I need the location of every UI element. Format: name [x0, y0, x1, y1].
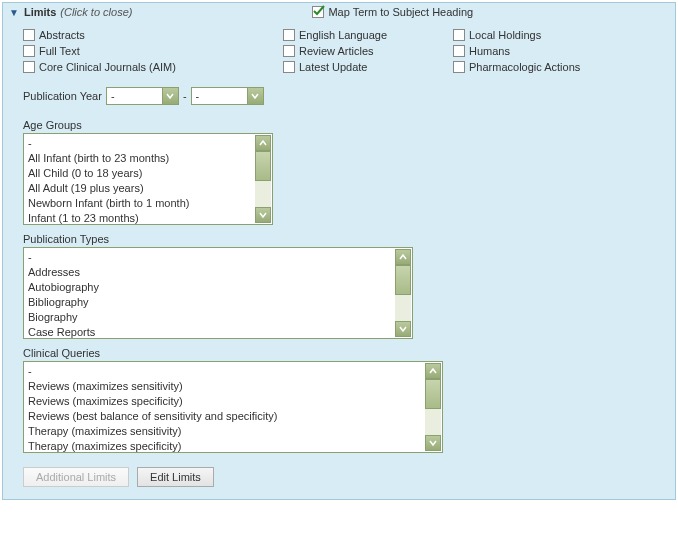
abstracts-label: Abstracts	[39, 29, 85, 41]
pubyear-from-select[interactable]: -	[106, 87, 179, 105]
abstracts-checkbox[interactable]	[23, 29, 35, 41]
fulltext-label: Full Text	[39, 45, 80, 57]
latest-checkbox[interactable]	[283, 61, 295, 73]
list-item[interactable]: Reviews (maximizes sensitivity)	[28, 379, 438, 394]
scrollbar[interactable]	[395, 249, 411, 337]
list-item[interactable]: -	[28, 250, 408, 265]
chevron-down-icon	[162, 88, 178, 104]
button-row: Additional Limits Edit Limits	[3, 453, 675, 499]
abstracts-checkbox-row[interactable]: Abstracts	[23, 29, 283, 41]
chevron-up-icon[interactable]	[395, 249, 411, 265]
list-item[interactable]: Newborn Infant (birth to 1 month)	[28, 196, 268, 211]
scrollbar[interactable]	[425, 363, 441, 451]
localholdings-label: Local Holdings	[469, 29, 541, 41]
latest-label: Latest Update	[299, 61, 368, 73]
english-checkbox[interactable]	[283, 29, 295, 41]
list-item[interactable]: Case Reports	[28, 325, 408, 339]
map-term-row[interactable]: Map Term to Subject Heading	[312, 6, 473, 18]
list-item[interactable]: Therapy (maximizes sensitivity)	[28, 424, 438, 439]
english-checkbox-row[interactable]: English Language	[283, 29, 453, 41]
list-item[interactable]: -	[28, 364, 438, 379]
scrollbar-track[interactable]	[395, 265, 411, 321]
list-item[interactable]: All Child (0 to 18 years)	[28, 166, 268, 181]
limits-hint: (Click to close)	[60, 6, 132, 18]
review-checkbox-row[interactable]: Review Articles	[283, 45, 453, 57]
clinical-queries-listbox[interactable]: - Reviews (maximizes sensitivity) Review…	[23, 361, 443, 453]
chevron-up-icon[interactable]	[425, 363, 441, 379]
limits-header[interactable]: ▼ Limits (Click to close) Map Term to Su…	[3, 3, 675, 21]
localholdings-checkbox[interactable]	[453, 29, 465, 41]
humans-label: Humans	[469, 45, 510, 57]
fulltext-checkbox[interactable]	[23, 45, 35, 57]
pubyear-separator: -	[183, 90, 187, 102]
list-item[interactable]: Autobiography	[28, 280, 408, 295]
review-checkbox[interactable]	[283, 45, 295, 57]
coreclinical-checkbox-row[interactable]: Core Clinical Journals (AIM)	[23, 61, 283, 73]
additional-limits-button: Additional Limits	[23, 467, 129, 487]
map-term-label: Map Term to Subject Heading	[328, 6, 473, 18]
edit-limits-button[interactable]: Edit Limits	[137, 467, 214, 487]
pubyear-from-value: -	[107, 88, 162, 104]
pubyear-to-select[interactable]: -	[191, 87, 264, 105]
chevron-down-icon[interactable]	[425, 435, 441, 451]
age-groups-listbox[interactable]: - All Infant (birth to 23 months) All Ch…	[23, 133, 273, 225]
age-groups-section: Age Groups - All Infant (birth to 23 mon…	[3, 111, 675, 225]
english-label: English Language	[299, 29, 387, 41]
coreclinical-checkbox[interactable]	[23, 61, 35, 73]
map-term-checkbox[interactable]	[312, 6, 324, 18]
list-item[interactable]: Infant (1 to 23 months)	[28, 211, 268, 225]
disclosure-triangle-icon: ▼	[9, 7, 19, 18]
scrollbar[interactable]	[255, 135, 271, 223]
review-label: Review Articles	[299, 45, 374, 57]
scrollbar-thumb[interactable]	[255, 151, 271, 181]
list-item[interactable]: Reviews (maximizes specificity)	[28, 394, 438, 409]
scrollbar-track[interactable]	[425, 379, 441, 435]
humans-checkbox[interactable]	[453, 45, 465, 57]
pubyear-to-value: -	[192, 88, 247, 104]
chevron-down-icon[interactable]	[255, 207, 271, 223]
list-item[interactable]: Bibliography	[28, 295, 408, 310]
publication-year-label: Publication Year	[23, 90, 102, 102]
pharmacologic-checkbox-row[interactable]: Pharmacologic Actions	[453, 61, 633, 73]
localholdings-checkbox-row[interactable]: Local Holdings	[453, 29, 633, 41]
scrollbar-thumb[interactable]	[395, 265, 411, 295]
list-item[interactable]: -	[28, 136, 268, 151]
publication-year-row: Publication Year - - -	[3, 73, 675, 111]
chevron-up-icon[interactable]	[255, 135, 271, 151]
publication-types-label: Publication Types	[23, 233, 655, 245]
publication-types-listbox[interactable]: - Addresses Autobiography Bibliography B…	[23, 247, 413, 339]
pharmacologic-checkbox[interactable]	[453, 61, 465, 73]
latest-checkbox-row[interactable]: Latest Update	[283, 61, 453, 73]
fulltext-checkbox-row[interactable]: Full Text	[23, 45, 283, 57]
coreclinical-label: Core Clinical Journals (AIM)	[39, 61, 176, 73]
scrollbar-track[interactable]	[255, 151, 271, 207]
publication-types-section: Publication Types - Addresses Autobiogra…	[3, 225, 675, 339]
list-item[interactable]: Biography	[28, 310, 408, 325]
limits-panel: ▼ Limits (Click to close) Map Term to Su…	[2, 2, 676, 500]
clinical-queries-label: Clinical Queries	[23, 347, 655, 359]
limits-checkbox-grid: Abstracts Full Text Core Clinical Journa…	[3, 21, 675, 73]
scrollbar-thumb[interactable]	[425, 379, 441, 409]
list-item[interactable]: All Infant (birth to 23 months)	[28, 151, 268, 166]
list-item[interactable]: Addresses	[28, 265, 408, 280]
list-item[interactable]: Therapy (maximizes specificity)	[28, 439, 438, 453]
list-item[interactable]: All Adult (19 plus years)	[28, 181, 268, 196]
chevron-down-icon	[247, 88, 263, 104]
clinical-queries-section: Clinical Queries - Reviews (maximizes se…	[3, 339, 675, 453]
humans-checkbox-row[interactable]: Humans	[453, 45, 633, 57]
age-groups-label: Age Groups	[23, 119, 655, 131]
pharmacologic-label: Pharmacologic Actions	[469, 61, 580, 73]
limits-title: Limits	[24, 6, 56, 18]
list-item[interactable]: Reviews (best balance of sensitivity and…	[28, 409, 438, 424]
chevron-down-icon[interactable]	[395, 321, 411, 337]
